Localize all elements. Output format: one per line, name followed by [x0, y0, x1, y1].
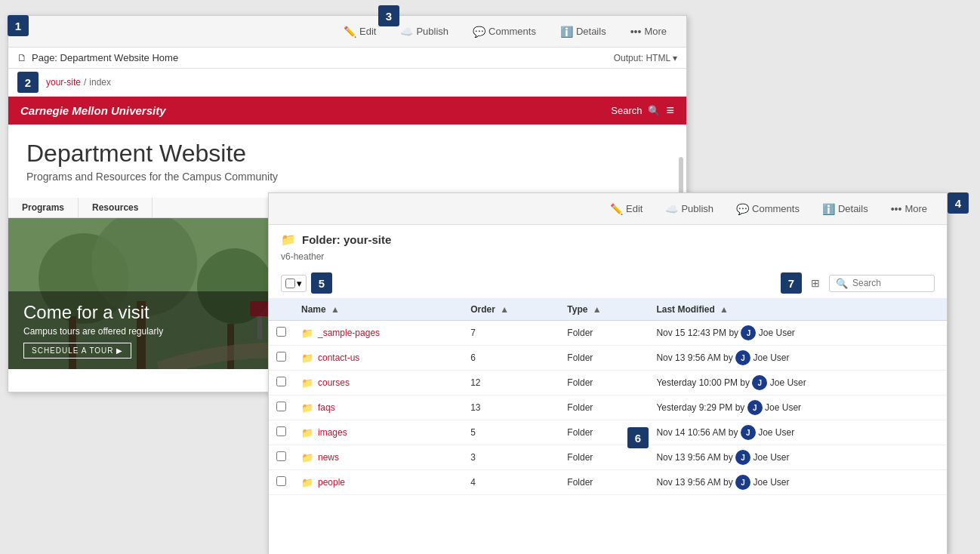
- breadcrumb-separator: /: [84, 77, 86, 88]
- file-name-link[interactable]: 📁 images: [301, 427, 455, 439]
- avatar: J: [741, 325, 756, 340]
- badge-4: 4: [948, 192, 969, 214]
- details-button[interactable]: ℹ️ Details: [556, 23, 611, 41]
- file-name-link[interactable]: 📁 _sample-pages: [301, 328, 455, 339]
- table-row: 📁 _sample-pages 7 Folder Nov 15 12:43 PM…: [269, 321, 947, 346]
- file-table-container[interactable]: Name ▲ Order ▲ Type ▲ Last Modified ▲ 📁 …: [269, 299, 947, 495]
- folder-icon-row: 📁: [301, 477, 313, 488]
- breadcrumb-index: index: [89, 77, 111, 88]
- col-type[interactable]: Type ▲: [559, 299, 649, 321]
- more-icon-2: •••: [891, 203, 902, 215]
- sub-nav-resources[interactable]: Resources: [79, 198, 153, 217]
- info-icon-2: ℹ️: [822, 203, 835, 215]
- page-title: Page: Department Website Home: [32, 52, 178, 63]
- badge-2: 2: [17, 72, 39, 93]
- table-row: 📁 news 3 Folder Nov 13 9:56 AM by J Joe …: [269, 445, 947, 470]
- cloud-icon-2: ☁️: [665, 203, 678, 215]
- comments-button[interactable]: 💬 Comments: [468, 23, 541, 41]
- row-checkbox[interactable]: [276, 426, 286, 436]
- folder-subtitle: v6-heather: [269, 250, 947, 268]
- file-name-link[interactable]: 📁 news: [301, 452, 455, 463]
- folder-icon-row: 📁: [301, 452, 313, 463]
- badge-5: 5: [311, 272, 332, 294]
- hamburger-icon: ≡: [666, 103, 674, 118]
- file-name-link[interactable]: 📁 people: [301, 477, 455, 488]
- chevron-down-icon-2: ▾: [297, 278, 302, 289]
- search-area: Search 🔍 ≡: [611, 103, 674, 118]
- site-tagline: Programs and Resources for the Campus Co…: [26, 171, 668, 183]
- folder-icon-row: 📁: [301, 328, 313, 339]
- folder-title-row: 📁 Folder: your-site: [269, 225, 947, 250]
- table-row: 📁 courses 12 Folder Yesterday 10:00 PM b…: [269, 371, 947, 395]
- table-row: 📁 people 4 Folder Nov 13 9:56 AM by J Jo…: [269, 470, 947, 495]
- folder-view-window: ✏️ Edit ☁️ Publish 💬 Comments ℹ️ Details…: [268, 192, 948, 554]
- row-checkbox[interactable]: [276, 476, 286, 486]
- more-button[interactable]: ••• More: [626, 23, 671, 41]
- folder-more-button[interactable]: ••• More: [886, 200, 932, 218]
- site-content: Department Website Programs and Resource…: [8, 125, 686, 198]
- breadcrumb: 2 your-site / index: [8, 69, 686, 97]
- badge-7: 7: [781, 272, 802, 294]
- avatar: J: [747, 400, 763, 415]
- table-header-row: Name ▲ Order ▲ Type ▲ Last Modified ▲: [269, 299, 947, 321]
- sub-nav-programs[interactable]: Programs: [8, 198, 79, 217]
- edit-icon: ✏️: [344, 26, 356, 38]
- file-name-link[interactable]: 📁 contact-us: [301, 352, 455, 364]
- more-icon: •••: [630, 26, 642, 38]
- row-checkbox[interactable]: [276, 451, 286, 461]
- avatar: J: [741, 425, 756, 440]
- folder-toolbar: ✏️ Edit ☁️ Publish 💬 Comments ℹ️ Details…: [269, 193, 947, 225]
- file-name-link[interactable]: 📁 courses: [301, 377, 455, 389]
- folder-controls: ▾ 5 7 ⊞ 🔍: [269, 268, 947, 299]
- search-text: Search: [611, 105, 642, 116]
- select-all-checkbox[interactable]: ▾: [281, 275, 307, 292]
- row-checkbox[interactable]: [276, 327, 286, 337]
- cloud-icon: ☁️: [400, 26, 413, 38]
- col-order[interactable]: Order ▲: [463, 299, 559, 321]
- table-row: 📁 faqs 13 Folder Yesterday 9:29 PM by J …: [269, 395, 947, 420]
- edit-button[interactable]: ✏️ Edit: [339, 23, 381, 41]
- folder-icon-row: 📁: [301, 427, 313, 439]
- avatar: J: [735, 475, 750, 490]
- col-modified[interactable]: Last Modified ▲: [649, 299, 947, 321]
- search-wrap: 🔍: [829, 275, 935, 292]
- grid-view-button[interactable]: ⊞: [808, 275, 823, 291]
- row-checkbox[interactable]: [276, 377, 286, 386]
- search-icon: 🔍: [648, 105, 660, 116]
- file-name-link[interactable]: 📁 faqs: [301, 402, 455, 414]
- edit-icon-2: ✏️: [610, 203, 623, 215]
- avatar: J: [735, 350, 750, 365]
- badge-3: 3: [378, 5, 399, 26]
- cmu-logo: Carnegie Mellon University: [20, 104, 166, 117]
- folder-icon-row: 📁: [301, 352, 313, 364]
- site-title: Department Website: [26, 140, 668, 168]
- publish-button[interactable]: ☁️ Publish: [396, 23, 453, 41]
- folder-comments-button[interactable]: 💬 Comments: [732, 200, 804, 218]
- row-checkbox[interactable]: [276, 402, 286, 411]
- info-icon: ℹ️: [560, 26, 573, 38]
- row-checkbox[interactable]: [276, 352, 286, 362]
- folder-icon-row: 📁: [301, 377, 313, 389]
- schedule-tour-button[interactable]: SCHEDULE A TOUR ▶: [23, 343, 131, 359]
- file-table: Name ▲ Order ▲ Type ▲ Last Modified ▲ 📁 …: [269, 299, 947, 495]
- col-checkbox: [269, 299, 294, 321]
- comment-icon-2: 💬: [736, 203, 749, 215]
- folder-edit-button[interactable]: ✏️ Edit: [606, 200, 647, 218]
- folder-publish-button[interactable]: ☁️ Publish: [661, 200, 718, 218]
- checkbox-input[interactable]: [285, 279, 295, 288]
- page-toolbar: ✏️ Edit ☁️ Publish 💬 Comments ℹ️ Details…: [8, 16, 686, 48]
- search-icon-2: 🔍: [836, 278, 848, 289]
- page-doc-icon: 🗋: [17, 52, 27, 63]
- folder-details-button[interactable]: ℹ️ Details: [818, 200, 873, 218]
- avatar: J: [735, 450, 750, 465]
- table-row: 📁 images 5 Folder Nov 14 10:56 AM by J J…: [269, 420, 947, 445]
- badge-6: 6: [627, 427, 649, 448]
- folder-icon: 📁: [281, 232, 296, 247]
- breadcrumb-site[interactable]: your-site: [46, 77, 81, 88]
- folder-icon-row: 📁: [301, 402, 313, 414]
- badge-1: 1: [8, 15, 29, 36]
- col-name[interactable]: Name ▲: [294, 299, 463, 321]
- output-dropdown[interactable]: Output: HTML ▾: [614, 53, 677, 63]
- search-input[interactable]: [852, 278, 928, 288]
- chevron-down-icon: ▾: [673, 53, 677, 63]
